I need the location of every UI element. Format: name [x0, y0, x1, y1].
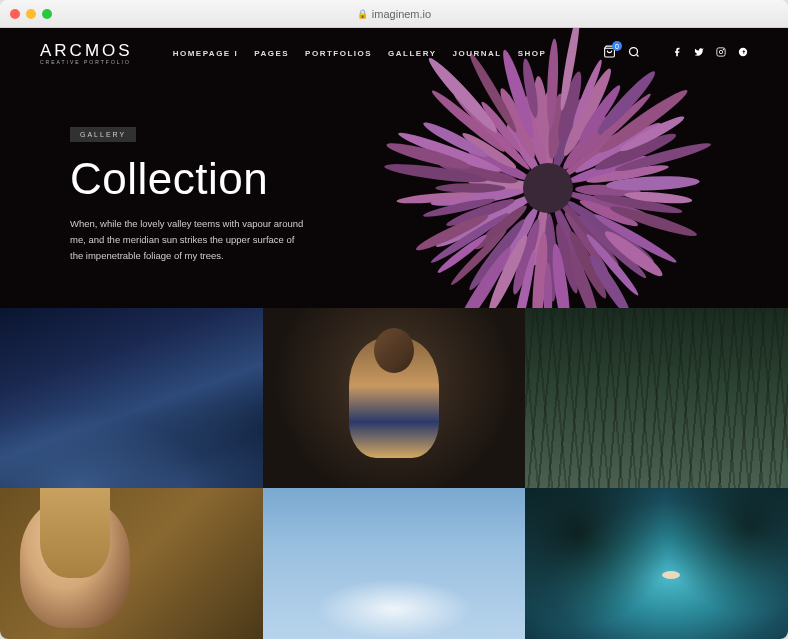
nav-homepage[interactable]: HOMEPAGE I — [173, 49, 239, 58]
category-badge: GALLERY — [70, 127, 136, 142]
gallery-tile-forest[interactable] — [525, 308, 788, 488]
browser-titlebar: 🔒 imaginem.io — [0, 0, 788, 28]
address-bar[interactable]: 🔒 imaginem.io — [357, 8, 431, 20]
site-logo[interactable]: ARCMOS CREATIVE PORTFOLIO — [40, 41, 133, 65]
search-icon[interactable] — [628, 46, 640, 60]
svg-point-36 — [435, 183, 505, 192]
svg-point-85 — [719, 50, 722, 53]
gallery-tile-dunes[interactable] — [0, 308, 263, 488]
maximize-window-button[interactable] — [42, 9, 52, 19]
cart-icon[interactable]: 0 — [603, 45, 616, 61]
facebook-icon[interactable] — [672, 47, 682, 59]
svg-point-86 — [723, 49, 724, 50]
cart-count-badge: 0 — [612, 41, 622, 51]
browser-window: 🔒 imaginem.io ARCMOS CREATIVE PORTFOLIO … — [0, 0, 788, 639]
social-links — [672, 47, 748, 59]
nav-shop[interactable]: SHOP — [518, 49, 547, 58]
minimize-window-button[interactable] — [26, 9, 36, 19]
gallery-tile-lagoon[interactable] — [525, 488, 788, 639]
hero-content: GALLERY Collection When, while the lovel… — [70, 123, 310, 264]
main-nav: HOMEPAGE I PAGES PORTFOLIOS GALLERY JOUR… — [173, 49, 547, 58]
window-controls — [10, 9, 52, 19]
svg-point-80 — [523, 163, 573, 213]
twitter-icon[interactable] — [694, 47, 704, 59]
site-header: ARCMOS CREATIVE PORTFOLIO HOMEPAGE I PAG… — [0, 28, 788, 78]
instagram-icon[interactable] — [716, 47, 726, 59]
gallery-tile-portrait-blonde[interactable] — [0, 488, 263, 639]
url-text: imaginem.io — [372, 8, 431, 20]
hero-section: ARCMOS CREATIVE PORTFOLIO HOMEPAGE I PAG… — [0, 28, 788, 308]
page-title: Collection — [70, 154, 310, 204]
header-right: 0 — [603, 45, 748, 61]
svg-point-82 — [630, 48, 638, 56]
nav-pages[interactable]: PAGES — [254, 49, 289, 58]
nav-gallery[interactable]: GALLERY — [388, 49, 436, 58]
lock-icon: 🔒 — [357, 9, 368, 19]
logo-tagline: CREATIVE PORTFOLIO — [40, 59, 133, 65]
page-description: When, while the lovely valley teems with… — [70, 216, 310, 264]
gallery-grid — [0, 308, 788, 639]
nav-journal[interactable]: JOURNAL — [453, 49, 502, 58]
close-window-button[interactable] — [10, 9, 20, 19]
social-icon[interactable] — [738, 47, 748, 59]
page-content: ARCMOS CREATIVE PORTFOLIO HOMEPAGE I PAG… — [0, 28, 788, 639]
nav-portfolios[interactable]: PORTFOLIOS — [305, 49, 372, 58]
gallery-tile-sky[interactable] — [263, 488, 526, 639]
gallery-tile-portrait-dark[interactable] — [263, 308, 526, 488]
svg-line-83 — [636, 54, 638, 56]
logo-text: ARCMOS — [40, 41, 133, 61]
